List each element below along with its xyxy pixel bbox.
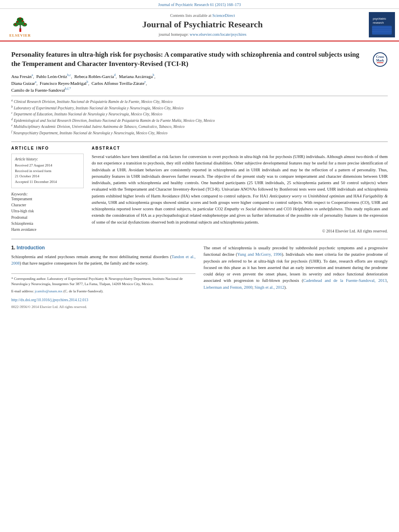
affiliation-d: d Epidemiological and Social Research Di… bbox=[11, 117, 388, 123]
journal-homepage: journal homepage: www.elsevier.com/locat… bbox=[158, 32, 246, 37]
author-fuente: Camilo de la Fuente-Sandoval bbox=[11, 88, 65, 92]
svg-text:research: research bbox=[373, 21, 384, 24]
author-tovilla: Carlos Alfonso Tovilla-Zárate bbox=[91, 81, 144, 86]
article-title: Personality features in ultra-high risk … bbox=[11, 50, 368, 69]
author-reyes: Francisco Reyes-Madrigal bbox=[40, 81, 86, 86]
svg-point-7 bbox=[22, 20, 23, 22]
intro-heading: 1. Introduction bbox=[11, 245, 195, 251]
svg-text:psychiatric: psychiatric bbox=[373, 17, 387, 21]
journal-thumbnail: psychiatric research bbox=[369, 12, 395, 37]
accepted-date: Accepted 11 December 2014 bbox=[15, 179, 80, 185]
corresponding-author-note: * Corresponding author. Laboratory of Ex… bbox=[11, 276, 195, 287]
email-link[interactable]: jcamilo@unam.mx bbox=[35, 289, 62, 293]
intro-left-column: 1. Introduction Schizophrenia and relate… bbox=[11, 245, 195, 310]
journal-homepage-link[interactable]: www.elsevier.com/locate/psychires bbox=[190, 32, 247, 37]
author-robles: Rebeca Robles-García bbox=[74, 74, 114, 79]
intro-label: Introduction bbox=[16, 245, 45, 251]
received-revised-label: Received in revised form bbox=[15, 168, 80, 174]
svg-text:Cross: Cross bbox=[376, 55, 384, 59]
affiliations: a Clinical Research Division, Instituto … bbox=[11, 96, 388, 136]
yung-ref-link[interactable]: Yung and McGorry, 1996 bbox=[237, 252, 282, 257]
crossmark-badge: Cross Mark bbox=[372, 52, 388, 67]
keyword-3: Ultra-high risk bbox=[11, 208, 84, 214]
received-date: Received 27 August 2014 bbox=[15, 163, 80, 168]
affiliation-b: b Laboratory of Experimental Psychiatry,… bbox=[11, 105, 388, 111]
keyword-4: Prodromal bbox=[11, 215, 84, 221]
doi-line: http://dx.doi.org/10.1016/j.jpsychires.2… bbox=[11, 297, 195, 303]
section-divider bbox=[11, 239, 388, 239]
singh-ref-link[interactable]: Singh et al., 2012 bbox=[255, 285, 284, 290]
affiliation-f: f Neuropsychiatry Department, Instituto … bbox=[11, 130, 388, 136]
intro-left-text: Schizophrenia and related psychoses rema… bbox=[11, 254, 195, 267]
svg-text:Mark: Mark bbox=[376, 59, 384, 62]
issn-line: 0022-3956/© 2014 Elsevier Ltd. All right… bbox=[11, 304, 195, 310]
cadenhead-ref-link[interactable]: Cadenhead and de la Fuente-Sandoval, 201… bbox=[303, 278, 387, 283]
main-content: Personality features in ultra-high risk … bbox=[0, 41, 399, 318]
history-label: Article history: bbox=[15, 157, 80, 161]
page-wrapper: Journal of Psychiatric Research 61 (2015… bbox=[0, 0, 399, 532]
keyword-2: Character bbox=[11, 202, 84, 208]
keywords-section: Keywords: Temperament Character Ultra-hi… bbox=[11, 192, 84, 233]
abstract-column: ABSTRACT Several variables have been ide… bbox=[92, 146, 388, 233]
keyword-1: Temperament bbox=[11, 196, 84, 202]
introduction-section: 1. Introduction Schizophrenia and relate… bbox=[11, 245, 388, 310]
elsevier-wordmark: ELSEVIER bbox=[9, 33, 31, 37]
author-leon: Pablo León-Ortiz bbox=[36, 74, 67, 79]
affiliation-e: e Multidisciplinary Academic Division, U… bbox=[11, 123, 388, 129]
authors-line: Ana Fresána, Pablo León-Ortizb,c, Rebeca… bbox=[11, 73, 388, 93]
elsevier-logo: ELSEVIER bbox=[4, 12, 36, 37]
svg-point-9 bbox=[24, 23, 25, 25]
article-info-column: ARTICLE INFO Article history: Received 2… bbox=[11, 146, 84, 233]
journal-title: Journal of Psychiatric Research bbox=[142, 19, 263, 30]
svg-rect-14 bbox=[372, 26, 392, 35]
author-fresan: Ana Fresán bbox=[11, 74, 31, 79]
keywords-label: Keywords: bbox=[11, 192, 84, 196]
affiliation-a: a Clinical Research Division, Instituto … bbox=[11, 99, 388, 105]
footnote-area: * Corresponding author. Laboratory of Ex… bbox=[11, 273, 195, 310]
intro-right-text: The onset of schizophrenia is usually pr… bbox=[204, 245, 388, 291]
intro-right-column: The onset of schizophrenia is usually pr… bbox=[204, 245, 388, 310]
science-direct-line: Contents lists available at ScienceDirec… bbox=[170, 13, 235, 18]
affiliation-c: c Department of Education, Instituto Nac… bbox=[11, 111, 388, 117]
journal-center: Contents lists available at ScienceDirec… bbox=[40, 12, 365, 37]
top-bar: Journal of Psychiatric Research 61 (2015… bbox=[0, 0, 399, 9]
abstract-heading: ABSTRACT bbox=[92, 146, 388, 150]
article-title-section: Personality features in ultra-high risk … bbox=[11, 50, 388, 69]
article-info-heading: ARTICLE INFO bbox=[11, 146, 84, 150]
svg-point-6 bbox=[16, 21, 18, 23]
author-azcarraga: Mariana Azcárraga bbox=[119, 74, 153, 79]
author-guizar: Diana Guizar bbox=[11, 81, 35, 86]
tandon-ref-link[interactable]: Tandon et al., 2008 bbox=[11, 255, 195, 265]
copyright-line: © 2014 Elsevier Ltd. All rights reserved… bbox=[92, 229, 388, 233]
elsevier-tree-icon bbox=[9, 14, 31, 33]
journal-citation: Journal of Psychiatric Research 61 (2015… bbox=[158, 2, 241, 7]
journal-thumb-image: psychiatric research bbox=[371, 14, 393, 36]
svg-point-10 bbox=[19, 17, 21, 19]
abstract-text: Several variables have been identified a… bbox=[92, 154, 388, 226]
two-column-section: ARTICLE INFO Article history: Received 2… bbox=[11, 142, 388, 233]
keyword-5: Schizophrenia bbox=[11, 221, 84, 227]
svg-point-8 bbox=[14, 24, 16, 25]
revised-date: 21 October 2014 bbox=[15, 174, 80, 179]
journal-header: ELSEVIER Contents lists available at Sci… bbox=[0, 9, 399, 41]
doi-link[interactable]: http://dx.doi.org/10.1016/j.jpsychires.2… bbox=[11, 298, 88, 302]
email-line: E-mail address: jcamilo@unam.mx (C. de l… bbox=[11, 289, 195, 294]
crossmark-icon: Cross Mark bbox=[373, 52, 387, 67]
keyword-6: Harm avoidance bbox=[11, 227, 84, 233]
lieberman-ref-link[interactable]: Lieberman and Fenton, 2000 bbox=[204, 285, 252, 290]
science-direct-link[interactable]: ScienceDirect bbox=[212, 13, 235, 18]
article-history-box: Article history: Received 27 August 2014… bbox=[11, 154, 84, 188]
